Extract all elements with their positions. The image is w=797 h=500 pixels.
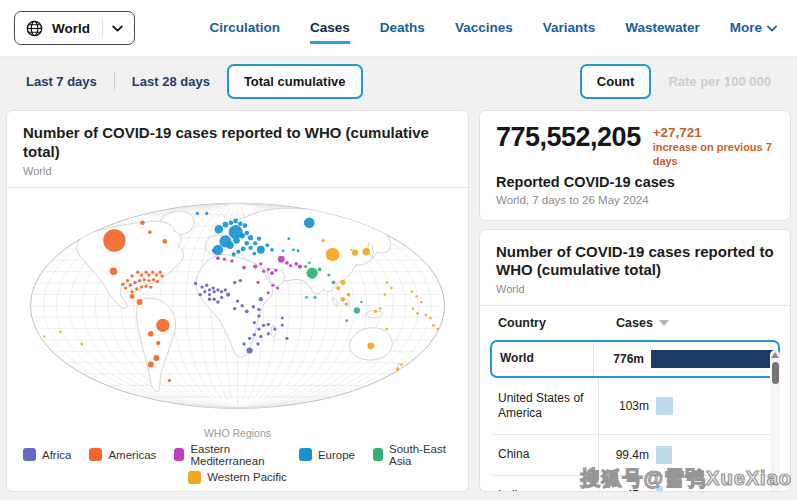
- legend-swatch: [23, 448, 36, 461]
- option-total-cumulative[interactable]: Total cumulative: [227, 64, 363, 99]
- column-header-country[interactable]: Country: [498, 316, 606, 330]
- filter-bar: Last 7 daysLast 28 daysTotal cumulative …: [0, 57, 797, 105]
- region-selector-label: World: [52, 21, 90, 36]
- world-bubble-map[interactable]: [23, 192, 452, 425]
- top-nav: CirculationCasesDeathsVaccinesVariantsWa…: [210, 12, 783, 44]
- column-header-cases[interactable]: Cases: [606, 316, 669, 330]
- cases-delta-caption: increase on previous 7 days: [653, 141, 774, 169]
- metric-mode-group: CountRate per 100 000: [580, 64, 788, 99]
- nav-item-wastewater[interactable]: Wastewater: [625, 12, 700, 44]
- table-header-row: Country Cases: [490, 306, 780, 339]
- nav-item-deaths[interactable]: Deaths: [380, 12, 425, 44]
- cases-bar: [656, 397, 673, 415]
- time-range-group: Last 7 daysLast 28 daysTotal cumulative: [9, 64, 363, 99]
- table-row-china[interactable]: China99.4m: [490, 435, 780, 476]
- cases-bar: [656, 446, 672, 464]
- legend-label: Eastern Mediterranean: [190, 443, 281, 467]
- nav-item-vaccines[interactable]: Vaccines: [455, 12, 513, 44]
- country-cases-table: Country Cases World776mUnited States of …: [490, 306, 780, 492]
- legend-row-1: AfricaAmericasEastern MediterraneanEurop…: [23, 443, 452, 467]
- legend-label: Europe: [318, 449, 355, 461]
- table-card-title: Number of COVID-19 cases reported to WHO…: [496, 243, 774, 281]
- legend-item-americas[interactable]: Americas: [89, 443, 156, 467]
- legend-item-eastern-mediterranean[interactable]: Eastern Mediterranean: [174, 443, 281, 467]
- country-cell: India: [490, 476, 598, 492]
- cases-bar: [656, 486, 663, 492]
- nav-item-circulation[interactable]: Circulation: [210, 12, 281, 44]
- map-card: Number of COVID-19 cases reported to WHO…: [6, 110, 469, 492]
- sort-descending-icon: [659, 320, 669, 326]
- option-count[interactable]: Count: [580, 64, 652, 99]
- table-scrollbar[interactable]: [770, 350, 780, 492]
- table-row-united-states-of-america[interactable]: United States of America103m: [490, 379, 780, 435]
- country-cell: United States of America: [490, 379, 598, 434]
- table-row-world[interactable]: World776m: [490, 340, 780, 378]
- map-legend: WHO Regions AfricaAmericasEastern Medite…: [23, 427, 452, 488]
- table-rows: World776mUnited States of America103mChi…: [490, 340, 780, 492]
- globe-icon: [26, 20, 43, 37]
- nav-item-label: More: [730, 20, 762, 35]
- table-row-india[interactable]: India45m: [490, 476, 780, 492]
- stats-card: 775,552,205 +27,721 increase on previous…: [479, 110, 791, 221]
- legend-swatch: [174, 448, 184, 461]
- legend-swatch: [188, 471, 201, 484]
- cases-bar: [651, 350, 776, 368]
- legend-swatch: [299, 448, 312, 461]
- option-rate-per-100-000[interactable]: Rate per 100 000: [651, 64, 788, 99]
- right-column: 775,552,205 +27,721 increase on previous…: [479, 110, 791, 492]
- stats-period: World, 7 days to 26 May 2024: [496, 194, 774, 206]
- nav-item-label: Deaths: [380, 20, 425, 35]
- nav-item-more[interactable]: More: [730, 12, 777, 44]
- map-card-divider: [7, 187, 468, 188]
- legend-label: South-East Asia: [389, 443, 452, 467]
- nav-item-label: Cases: [310, 20, 350, 35]
- scrollbar-thumb[interactable]: [772, 362, 779, 384]
- table-card: Number of COVID-19 cases reported to WHO…: [479, 229, 791, 492]
- legend-item-south-east-asia[interactable]: South-East Asia: [373, 443, 452, 467]
- cases-value: 103m: [607, 399, 649, 413]
- scroll-up-arrow-icon[interactable]: [771, 352, 779, 358]
- chevron-down-icon: [112, 25, 123, 32]
- cases-cell: 45m: [598, 476, 780, 492]
- total-cases-value: 775,552,205: [496, 123, 641, 151]
- map-card-title: Number of COVID-19 cases reported to WHO…: [23, 124, 452, 162]
- option-last-7-days[interactable]: Last 7 days: [9, 64, 114, 99]
- legend-item-africa[interactable]: Africa: [23, 443, 71, 467]
- cases-value: 99.4m: [607, 448, 649, 462]
- option-last-28-days[interactable]: Last 28 days: [115, 64, 227, 99]
- legend-label: Americas: [108, 449, 156, 461]
- chevron-down-icon: [767, 20, 777, 35]
- region-selector-button[interactable]: World: [14, 11, 135, 45]
- cases-cell: 99.4m: [598, 435, 780, 475]
- stats-label: Reported COVID-19 cases: [496, 174, 774, 190]
- cases-value: 776m: [602, 352, 644, 366]
- region-selector-divider: [102, 19, 103, 37]
- cases-cell: 103m: [598, 379, 780, 434]
- legend-row-2: Western Pacific: [23, 471, 452, 484]
- legend-title: WHO Regions: [23, 427, 452, 439]
- cases-delta-value: +27,721: [653, 125, 774, 141]
- legend-item-western-pacific[interactable]: Western Pacific: [188, 471, 287, 484]
- legend-label: Africa: [42, 449, 71, 461]
- country-cell: World: [492, 342, 593, 376]
- legend-item-europe[interactable]: Europe: [299, 443, 355, 467]
- country-cell: China: [490, 435, 598, 475]
- table-card-subtitle: World: [496, 283, 774, 295]
- nav-item-variants[interactable]: Variants: [543, 12, 596, 44]
- top-bar: World CirculationCasesDeathsVaccinesVari…: [0, 0, 797, 57]
- map-card-subtitle: World: [23, 165, 452, 177]
- legend-swatch: [89, 448, 102, 461]
- legend-swatch: [373, 448, 383, 461]
- cases-value: 45m: [607, 488, 649, 492]
- nav-item-label: Wastewater: [625, 20, 700, 35]
- cases-cell: 776m: [593, 342, 778, 376]
- legend-label: Western Pacific: [207, 471, 287, 483]
- column-header-cases-label: Cases: [616, 316, 653, 330]
- world-map-svg: [23, 192, 452, 425]
- nav-item-label: Circulation: [210, 20, 281, 35]
- nav-item-cases[interactable]: Cases: [310, 12, 350, 44]
- main-content: Number of COVID-19 cases reported to WHO…: [0, 105, 797, 500]
- nav-item-label: Vaccines: [455, 20, 513, 35]
- nav-item-label: Variants: [543, 20, 596, 35]
